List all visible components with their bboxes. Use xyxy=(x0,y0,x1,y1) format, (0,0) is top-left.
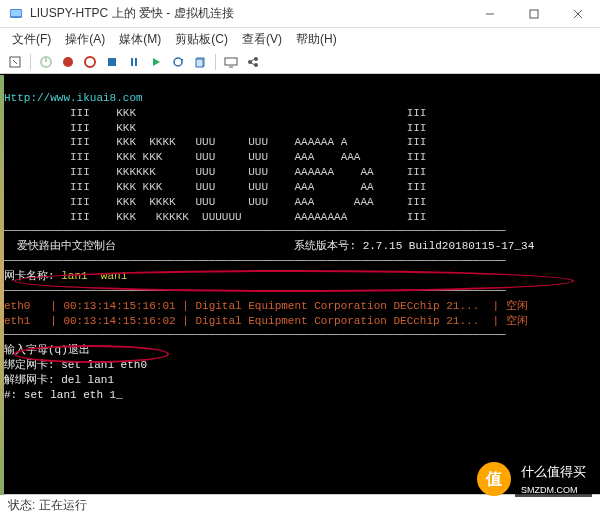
ctrl-alt-del-button[interactable] xyxy=(6,53,24,71)
svg-marker-15 xyxy=(153,58,160,66)
svg-rect-13 xyxy=(131,58,133,66)
nic-label: 网卡名称: xyxy=(4,270,55,282)
menu-help[interactable]: 帮助(H) xyxy=(290,29,343,50)
close-button[interactable] xyxy=(556,0,600,28)
svg-rect-20 xyxy=(225,58,237,65)
ascii-art-line: III KKK KKKKK UUUUUU AAAAAAAA III xyxy=(4,211,426,223)
minimize-button[interactable] xyxy=(468,0,512,28)
menu-file[interactable]: 文件(F) xyxy=(6,29,57,50)
status-label: 状态: xyxy=(8,497,35,514)
svg-point-16 xyxy=(174,58,182,66)
ascii-art-line: III KKK KKK UUU UUU AAA AAA III xyxy=(4,151,426,163)
share-button[interactable] xyxy=(244,53,262,71)
titlebar: LIUSPY-HTPC 上的 爱快 - 虚拟机连接 xyxy=(0,0,600,28)
menu-clipboard[interactable]: 剪贴板(C) xyxy=(169,29,234,50)
hint-exit: 输入字母(q)退出 xyxy=(4,344,90,356)
svg-rect-3 xyxy=(530,10,538,18)
revert-button[interactable] xyxy=(191,53,209,71)
svg-rect-19 xyxy=(196,59,203,67)
hint-bind: 绑定网卡: set lan1 eth0 xyxy=(4,359,147,371)
menu-action[interactable]: 操作(A) xyxy=(59,29,111,50)
ascii-art-line: III KKKKKK UUU UUU AAAAAA AA III xyxy=(4,166,426,178)
toolbar xyxy=(0,50,600,74)
window-title: LIUSPY-HTPC 上的 爱快 - 虚拟机连接 xyxy=(30,5,468,22)
svg-point-11 xyxy=(85,57,95,67)
pause-button[interactable] xyxy=(125,53,143,71)
reset-button[interactable] xyxy=(147,53,165,71)
separator xyxy=(30,54,31,70)
nic-values: lan1 wan1 xyxy=(61,270,127,282)
maximize-button[interactable] xyxy=(512,0,556,28)
svg-rect-12 xyxy=(108,58,116,66)
app-icon xyxy=(8,6,24,22)
svg-rect-14 xyxy=(135,58,137,66)
ascii-art-line: III KKK KKK UUU UUU AAA AA III xyxy=(4,181,426,193)
turnoff-button[interactable] xyxy=(59,53,77,71)
shutdown-button[interactable] xyxy=(81,53,99,71)
save-button[interactable] xyxy=(103,53,121,71)
ascii-art-line: III KKK KKKK UUU UUU AAA AAA III xyxy=(4,196,426,208)
statusbar: 状态: 正在运行 xyxy=(0,494,600,516)
terminal-output[interactable]: Http://www.ikuai8.com III KKK III III KK… xyxy=(0,74,600,494)
watermark-text-2: SMZDM.COM xyxy=(515,483,592,497)
menu-view[interactable]: 查看(V) xyxy=(236,29,288,50)
version-string: 系统版本号: 2.7.15 Build20180115-17_34 xyxy=(294,240,534,252)
ascii-art-line: III KKK III xyxy=(4,107,426,119)
nic-row-1: eth1 | 00:13:14:15:16:02 | Digital Equip… xyxy=(4,315,528,327)
status-value: 正在运行 xyxy=(39,497,87,514)
start-button[interactable] xyxy=(37,53,55,71)
svg-rect-1 xyxy=(11,10,21,16)
svg-point-10 xyxy=(63,57,73,67)
svg-line-7 xyxy=(13,60,17,64)
watermark-badge-icon: 值 xyxy=(477,462,511,496)
nic-row-0: eth0 | 00:13:14:15:16:01 | Digital Equip… xyxy=(4,300,528,312)
ascii-art-line: III KKK KKKK UUU UUU AAAAAA A III xyxy=(4,136,426,148)
watermark: 值 什么值得买 SMZDM.COM xyxy=(477,461,592,497)
menubar: 文件(F) 操作(A) 媒体(M) 剪贴板(C) 查看(V) 帮助(H) xyxy=(0,28,600,50)
watermark-text-1: 什么值得买 xyxy=(515,461,592,483)
left-edge-strip xyxy=(0,75,4,495)
enhanced-session-button[interactable] xyxy=(222,53,240,71)
separator xyxy=(215,54,216,70)
command-prompt: #: set lan1 eth 1_ xyxy=(4,389,123,401)
ascii-art-line: III KKK III xyxy=(4,122,426,134)
checkpoint-button[interactable] xyxy=(169,53,187,71)
hint-unbind: 解绑网卡: del lan1 xyxy=(4,374,114,386)
menu-media[interactable]: 媒体(M) xyxy=(113,29,167,50)
terminal-url: Http://www.ikuai8.com xyxy=(4,92,143,104)
console-title: 爱快路由中文控制台 xyxy=(4,240,116,252)
